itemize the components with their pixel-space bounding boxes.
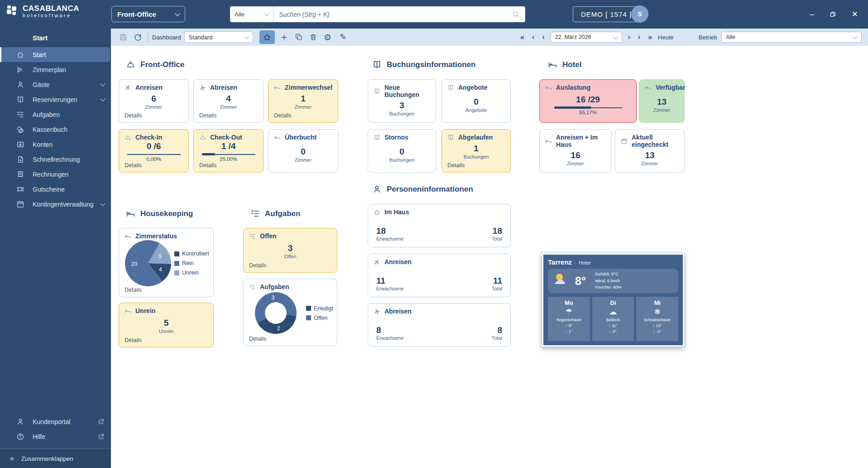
sidebar-item-konten[interactable]: Konten <box>0 137 111 152</box>
section-front-office: Front-Office <box>126 60 184 69</box>
close-button[interactable]: ✕ <box>852 10 858 19</box>
sidebar-item-kassenbuch[interactable]: Kassenbuch <box>0 122 111 137</box>
details-link[interactable]: Details <box>199 162 258 169</box>
edit-dashboard-button[interactable]: ✎ <box>337 33 349 41</box>
first-date-button[interactable]: « <box>518 33 526 41</box>
settings-button[interactable]: ⚙ <box>322 33 334 42</box>
plus-icon <box>280 33 288 42</box>
betrieb-select[interactable]: Alle <box>721 32 862 43</box>
sidebar-item-zimmerplan[interactable]: Zimmerplan <box>0 62 111 77</box>
toolbar-divider <box>148 32 148 43</box>
date-select[interactable]: 22. März 2026 <box>551 32 622 43</box>
chevron-down-icon <box>175 11 180 16</box>
date-navigation: « ‹ ‹ 22. März 2026 › › » Heute Betrieb … <box>518 32 862 43</box>
details-link[interactable]: Details <box>249 336 331 342</box>
sidebar-item-gaeste[interactable]: Gäste <box>0 77 111 92</box>
legend-swatch <box>306 306 311 311</box>
legend-swatch <box>174 270 179 275</box>
section-aufgaben: Aufgaben <box>250 209 300 218</box>
details-link[interactable]: Details <box>447 162 505 169</box>
details-link[interactable]: Details <box>125 162 183 169</box>
topbar: CASABLANCA hotelsoftware Front-Office Al… <box>0 0 868 29</box>
sidebar-item-gutscheine[interactable]: Gutscheine <box>0 182 111 197</box>
betrieb-label: Betrieb <box>699 34 717 41</box>
details-link[interactable]: Details <box>274 112 332 119</box>
next-day-button[interactable]: › <box>626 33 632 41</box>
sidebar-item-kundenportal[interactable]: Kundenportal <box>0 414 111 429</box>
checklist-icon <box>249 284 256 290</box>
prev-day-button[interactable]: ‹ <box>540 33 546 41</box>
add-dashboard-button[interactable] <box>278 31 290 43</box>
delete-dashboard-button[interactable] <box>307 31 319 43</box>
details-link[interactable]: Details <box>125 112 183 119</box>
favorite-dashboard-button[interactable] <box>259 30 275 44</box>
brand-squares-icon <box>6 5 19 17</box>
minimize-button[interactable]: – <box>810 10 814 19</box>
dashboard-toolbar: Dashboard Standard ⚙ ✎ « ‹ ‹ 22. März 20… <box>111 29 868 46</box>
dashboard-select[interactable]: Standard <box>184 31 253 43</box>
user-avatar[interactable]: S <box>631 5 648 23</box>
last-date-button[interactable]: » <box>646 33 654 41</box>
sidebar-item-rechnungen[interactable]: Rechnungen <box>0 167 111 182</box>
restore-button[interactable] <box>830 11 836 18</box>
search-input[interactable] <box>273 11 512 18</box>
next-week-button[interactable]: › <box>636 33 642 41</box>
person-icon <box>16 81 24 89</box>
bed-icon <box>548 60 557 69</box>
module-select-value: Front-Office <box>117 10 156 18</box>
card-unrein: Unrein 5 Unrein Details <box>119 303 214 347</box>
bed-icon <box>274 84 281 91</box>
bed-icon <box>274 134 281 141</box>
plane-takeoff-icon <box>373 307 382 316</box>
sidebar-item-reservierungen[interactable]: Reservierungen <box>0 92 111 107</box>
cloud-icon: ☁ <box>609 307 617 317</box>
copy-icon <box>295 33 303 41</box>
window-controls: – ✕ <box>810 0 858 29</box>
svg-text:20: 20 <box>131 261 138 267</box>
sidebar-section-title: Start <box>0 29 111 47</box>
bed-icon <box>125 233 131 240</box>
bed-icon <box>645 84 652 91</box>
sidebar-footer: Kundenportal Hilfe « Zusammenklappen <box>0 414 111 468</box>
chevron-down-icon <box>264 11 269 16</box>
details-link[interactable]: Details <box>199 112 258 119</box>
sidebar-item-kontingentverwaltung[interactable]: Kontingentverwaltung <box>0 197 111 212</box>
refresh-icon <box>133 33 142 42</box>
prev-week-button[interactable]: ‹ <box>530 33 536 41</box>
svg-text:4: 4 <box>159 266 162 273</box>
sidebar-collapse-button[interactable]: « Zusammenklappen <box>0 449 111 468</box>
search-icon[interactable] <box>512 10 520 18</box>
book-icon <box>447 84 454 91</box>
details-link[interactable]: Details <box>249 262 331 269</box>
card-angebote: Angebote 0 Angebote <box>441 79 511 123</box>
restore-window-icon <box>830 11 836 18</box>
module-select[interactable]: Front-Office <box>111 6 185 22</box>
weather-current: ☁ 8° Gefühlt: 5°C Wind: 6 km/h Feuchte: … <box>548 269 678 293</box>
chevron-down-icon <box>613 34 618 39</box>
calendar-icon <box>621 138 628 145</box>
legend-swatch <box>174 251 179 256</box>
details-link[interactable]: Details <box>125 287 208 293</box>
sidebar-item-start[interactable]: Start <box>0 47 110 62</box>
search-filter-select[interactable]: Alle <box>230 6 273 22</box>
book-icon <box>447 134 454 141</box>
details-link[interactable]: Details <box>125 337 208 343</box>
card-offen: Offen 3 Offen Details <box>243 228 337 273</box>
save-button[interactable] <box>117 31 129 43</box>
home-icon <box>16 51 24 59</box>
svg-text:5: 5 <box>158 253 162 260</box>
sidebar-item-hilfe[interactable]: Hilfe <box>0 429 111 444</box>
legend-swatch <box>174 261 179 266</box>
sidebar-item-schnellrechnung[interactable]: Schnellrechnung <box>0 152 111 167</box>
sidebar-item-aufgaben[interactable]: Aufgaben <box>0 107 111 122</box>
trash-icon <box>309 33 317 41</box>
card-ueberbucht: Überbucht 0 Zimmer <box>268 129 338 173</box>
refresh-button[interactable] <box>132 31 144 43</box>
app-logo: CASABLANCA hotelsoftware <box>6 5 79 18</box>
chevron-down-icon <box>853 34 858 39</box>
copy-dashboard-button[interactable] <box>293 31 305 43</box>
card-anreisen-im-haus: Anreisen + Im Haus 16 Zimmer <box>539 129 612 173</box>
today-button[interactable]: Heute <box>658 34 674 41</box>
card-neue-buchungen: Neue Buchungen 3 Buchungen <box>368 79 436 123</box>
person-icon <box>16 418 24 426</box>
